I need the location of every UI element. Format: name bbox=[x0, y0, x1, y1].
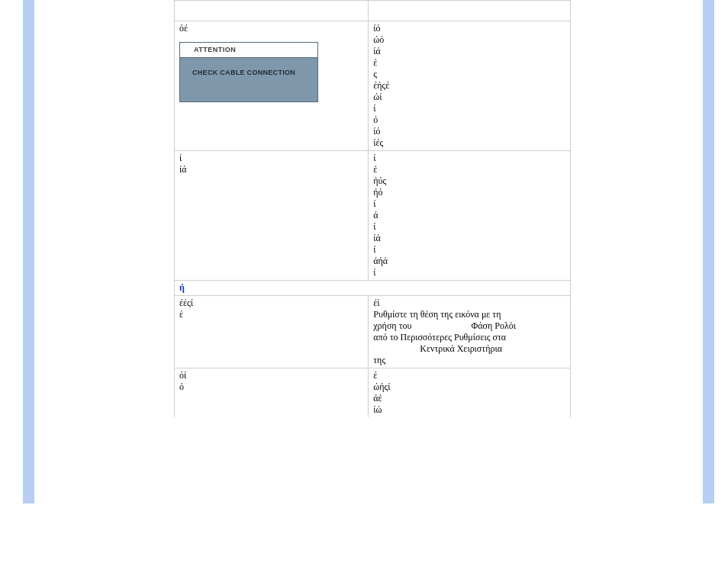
cell-right bbox=[369, 1, 571, 21]
cell-left: όέ ATTENTION CHECK CABLE CONNECTION bbox=[175, 21, 369, 151]
text-line: ίές bbox=[373, 137, 565, 149]
text-line: ό bbox=[179, 381, 363, 393]
text-line: ώό bbox=[373, 34, 565, 46]
text-line: έέςί bbox=[179, 298, 363, 309]
text-line: ς bbox=[373, 69, 565, 80]
spacer bbox=[179, 320, 363, 340]
text-line: ίό bbox=[373, 23, 565, 34]
text-line: έ bbox=[373, 164, 565, 175]
text-line: ί bbox=[373, 153, 565, 164]
text-line: ί bbox=[373, 244, 565, 256]
text-line: ά bbox=[373, 210, 565, 221]
text-line: άήά bbox=[373, 256, 565, 267]
text-line: Κεντρικά Χειριστήρια bbox=[373, 343, 565, 355]
spacer bbox=[179, 102, 363, 127]
text-line: Ρυθμίστε τη θέση της εικόνα με τη bbox=[373, 309, 565, 320]
cell-text: ίό ώό ίά έ ς έήςέ ώί ί ό ίό ίές bbox=[373, 23, 565, 149]
attention-header: ATTENTION bbox=[180, 43, 317, 58]
text-line: ίό bbox=[373, 126, 565, 137]
text-line: ίά bbox=[373, 233, 565, 244]
table-row: ί ίά ί έ ήύς ήό ί ά ί ίά bbox=[175, 151, 571, 281]
cell-text: έέςί έ bbox=[179, 298, 363, 320]
text-line: ήό bbox=[373, 187, 565, 198]
table-row bbox=[175, 1, 571, 21]
text-line: από το Περισσότερες Ρυθμίσεις στα bbox=[373, 332, 565, 343]
text-line: ί bbox=[373, 198, 565, 210]
cell-left: όί ό bbox=[175, 368, 369, 418]
text-line: έί bbox=[373, 298, 565, 309]
text-line: ίά bbox=[179, 164, 363, 175]
text-line: όί bbox=[179, 370, 363, 381]
text-line: έ bbox=[373, 57, 565, 69]
table-row: όί ό έ ώήςί άέ ίώ bbox=[175, 368, 571, 418]
spacer bbox=[179, 393, 363, 407]
text-span: χρήση του bbox=[373, 320, 414, 331]
text-line: ίά bbox=[373, 46, 565, 57]
cell-right: έί Ρυθμίστε τη θέση της εικόνα με τη χρή… bbox=[369, 296, 571, 368]
section-header: ή bbox=[175, 281, 571, 296]
text-line: ώήςί bbox=[373, 381, 565, 393]
text-line: ί bbox=[179, 153, 363, 164]
table-section-row: ή bbox=[175, 281, 571, 296]
cell-text: ί ίά bbox=[179, 153, 363, 175]
text-line: ί bbox=[373, 221, 565, 233]
text-line: ό bbox=[373, 114, 565, 126]
margin-stripe-left bbox=[23, 0, 34, 503]
text-span: Κεντρικά Χειριστήρια bbox=[420, 343, 502, 354]
spacer bbox=[179, 175, 363, 218]
page-viewport: όέ ATTENTION CHECK CABLE CONNECTION ίό ώ… bbox=[0, 0, 728, 563]
text-line: ί bbox=[373, 267, 565, 278]
text-line: ώί bbox=[373, 92, 565, 103]
text-span: Φάση Ρολόι bbox=[471, 320, 516, 331]
cell-left: έέςί έ bbox=[175, 296, 369, 368]
text-line: ί bbox=[373, 103, 565, 114]
cell-right: ί έ ήύς ήό ί ά ί ίά ί άήά ί bbox=[369, 151, 571, 281]
cell-left bbox=[175, 1, 369, 21]
cell-right: έ ώήςί άέ ίώ bbox=[369, 368, 571, 418]
text-line: έ bbox=[179, 309, 363, 320]
troubleshooting-table: όέ ATTENTION CHECK CABLE CONNECTION ίό ώ… bbox=[174, 0, 571, 417]
text-line: της bbox=[373, 355, 565, 366]
cell-text: όέ bbox=[179, 23, 363, 34]
attention-body: CHECK CABLE CONNECTION bbox=[180, 58, 317, 101]
cell-text: ί έ ήύς ήό ί ά ί ίά ί άήά ί bbox=[373, 153, 565, 278]
text-line: ήύς bbox=[373, 175, 565, 187]
document-body: όέ ATTENTION CHECK CABLE CONNECTION ίό ώ… bbox=[174, 0, 571, 417]
text-line: ίώ bbox=[373, 404, 565, 416]
cell-text: όί ό bbox=[179, 370, 363, 393]
text-line: έ bbox=[373, 370, 565, 381]
margin-stripe-right bbox=[703, 0, 714, 503]
text-line: έήςέ bbox=[373, 80, 565, 92]
text-line: χρήση του Φάση Ρολόι bbox=[373, 320, 565, 332]
table-row: έέςί έ έί Ρυθμίστε τη θέση της εικόνα με… bbox=[175, 296, 571, 368]
text-line: άέ bbox=[373, 393, 565, 404]
text-line: όέ bbox=[179, 23, 363, 34]
cell-left: ί ίά bbox=[175, 151, 369, 281]
cell-text: έ ώήςί άέ ίώ bbox=[373, 370, 565, 416]
table-row: όέ ATTENTION CHECK CABLE CONNECTION ίό ώ… bbox=[175, 21, 571, 151]
attention-box: ATTENTION CHECK CABLE CONNECTION bbox=[179, 42, 318, 102]
cell-right: ίό ώό ίά έ ς έήςέ ώί ί ό ίό ίές bbox=[369, 21, 571, 151]
